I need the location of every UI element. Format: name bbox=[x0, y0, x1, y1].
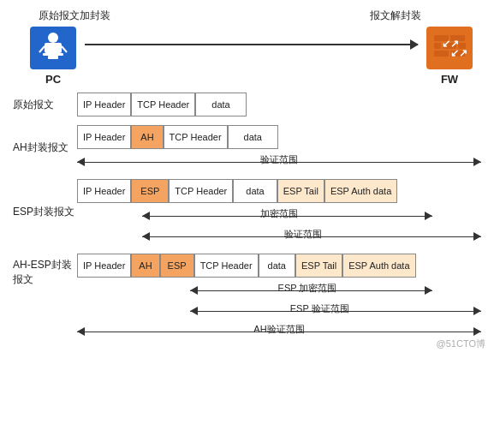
section-esp: ESP封装报文 IP Header ESP TCP Header data ES… bbox=[13, 179, 481, 245]
pc-label: PC bbox=[45, 73, 61, 86]
svg-rect-12 bbox=[434, 51, 449, 57]
top-labels: 原始报文加封装 报文解封装 bbox=[13, 9, 481, 23]
esp-verify-range: 验证范围 bbox=[77, 228, 481, 245]
pkt-ahesp-tail: ESP Tail bbox=[295, 254, 342, 278]
ahesp-ah-label: AH验证范围 bbox=[253, 323, 304, 336]
arrow-row bbox=[76, 44, 426, 45]
pkt-ahesp-ah: AH bbox=[131, 254, 159, 278]
pkt-esp-hdr: ESP bbox=[131, 179, 169, 203]
svg-point-0 bbox=[48, 33, 58, 43]
packet-row-original: IP Header TCP Header data bbox=[77, 93, 481, 116]
esp-ver-label: 验证范围 bbox=[284, 228, 322, 241]
pkt-ah-data: data bbox=[228, 125, 278, 149]
pkt-ah: AH bbox=[131, 125, 163, 149]
packet-row-esp: IP Header ESP TCP Header data ESP Tail E… bbox=[77, 179, 481, 203]
arrow-line bbox=[85, 44, 418, 45]
ahesp-enc-label: ESP 加密范围 bbox=[278, 282, 337, 295]
section-content-ah: IP Header AH TCP Header data 验证范围 bbox=[77, 125, 481, 170]
packet-row-ah-esp: IP Header AH ESP TCP Header data ESP Tai… bbox=[77, 254, 481, 278]
pkt-tcp-header: TCP Header bbox=[131, 93, 195, 116]
pkt-ah-tcp: TCP Header bbox=[164, 125, 228, 149]
actor-pc: PC bbox=[30, 27, 76, 86]
pkt-esp-ip: IP Header bbox=[77, 179, 131, 203]
ah-range-label: 验证范围 bbox=[260, 153, 298, 166]
section-label-ah: AH封装报文 bbox=[13, 140, 77, 155]
pkt-esp-tcp: TCP Header bbox=[169, 179, 233, 203]
section-original: 原始报文 IP Header TCP Header data bbox=[13, 93, 481, 116]
fw-icon: ↙↗ ↙↗ bbox=[426, 27, 473, 69]
svg-text:↙↗: ↙↗ bbox=[450, 47, 467, 59]
pkt-ahesp-ip: IP Header bbox=[77, 254, 131, 278]
ahesp-ver1-label: ESP 验证范围 bbox=[290, 302, 349, 315]
svg-rect-2 bbox=[43, 53, 63, 56]
left-top-label: 原始报文加封装 bbox=[39, 9, 110, 23]
section-content-ah-esp: IP Header AH ESP TCP Header data ESP Tai… bbox=[77, 254, 481, 340]
ahesp-ah-arrowl bbox=[77, 327, 85, 336]
section-ah: AH封装报文 IP Header AH TCP Header data 验证范围 bbox=[13, 125, 481, 170]
pkt-ahesp-esp: ESP bbox=[160, 254, 194, 278]
esp-enc-arrow-right bbox=[425, 212, 432, 220]
esp-ver-arrow-right bbox=[473, 232, 481, 241]
pkt-esp-auth: ESP Auth data bbox=[324, 179, 397, 203]
ahesp-ver1-arrowr bbox=[473, 307, 481, 315]
section-content-esp: IP Header ESP TCP Header data ESP Tail E… bbox=[77, 179, 481, 245]
actors-row: PC bbox=[13, 27, 481, 86]
esp-enc-label: 加密范围 bbox=[260, 207, 298, 220]
fw-svg: ↙↗ ↙↗ bbox=[430, 30, 469, 66]
pkt-esp-data: data bbox=[233, 179, 277, 203]
actor-fw: ↙↗ ↙↗ FW bbox=[426, 27, 473, 86]
pkt-ah-ip: IP Header bbox=[77, 125, 131, 149]
ah-arrow-left bbox=[77, 158, 85, 166]
ahesp-ver1-range: ESP 验证范围 bbox=[77, 302, 481, 320]
ahesp-ver1-arrowl bbox=[190, 307, 198, 315]
svg-rect-1 bbox=[45, 43, 62, 53]
svg-rect-9 bbox=[434, 43, 441, 49]
esp-encrypt-range: 加密范围 bbox=[77, 207, 481, 224]
pc-to-fw-arrow bbox=[85, 44, 418, 45]
svg-rect-3 bbox=[48, 56, 58, 59]
diagram: 原始报文加封装 报文解封装 PC bbox=[0, 0, 494, 357]
fw-label: FW bbox=[441, 73, 458, 86]
ah-arrow-right bbox=[473, 158, 481, 166]
pc-svg bbox=[36, 32, 70, 64]
pkt-ahesp-auth: ESP Auth data bbox=[342, 254, 415, 278]
packet-row-ah: IP Header AH TCP Header data bbox=[77, 125, 481, 149]
svg-line-4 bbox=[39, 46, 45, 52]
pkt-data: data bbox=[195, 93, 246, 116]
section-label-esp: ESP封装报文 bbox=[13, 205, 77, 219]
section-ah-esp: AH-ESP封装报文 IP Header AH ESP TCP Header d… bbox=[13, 254, 481, 340]
esp-enc-arrow-left bbox=[142, 212, 150, 220]
right-top-label: 报文解封装 bbox=[370, 9, 421, 23]
watermark: @51CTO博 bbox=[437, 337, 485, 350]
pkt-ip-header: IP Header bbox=[77, 93, 131, 116]
pc-icon bbox=[30, 27, 76, 69]
ahesp-ah-arrowr bbox=[473, 327, 481, 336]
section-label-ah-esp: AH-ESP封装报文 bbox=[13, 254, 77, 287]
ahesp-ah-range: AH验证范围 bbox=[77, 323, 481, 340]
ahesp-enc-range: ESP 加密范围 bbox=[77, 282, 481, 299]
pkt-ahesp-data: data bbox=[259, 254, 295, 278]
section-label-original: 原始报文 bbox=[13, 98, 77, 112]
pkt-ahesp-tcp: TCP Header bbox=[194, 254, 259, 278]
svg-line-5 bbox=[62, 46, 67, 52]
ah-range-container: 验证范围 bbox=[77, 153, 481, 170]
pkt-esp-tail: ESP Tail bbox=[277, 179, 324, 203]
ahesp-enc-arrowl bbox=[190, 286, 198, 295]
ahesp-enc-arrowr bbox=[425, 286, 432, 295]
esp-ver-arrow-left bbox=[142, 232, 150, 241]
section-content-original: IP Header TCP Header data bbox=[77, 93, 481, 116]
